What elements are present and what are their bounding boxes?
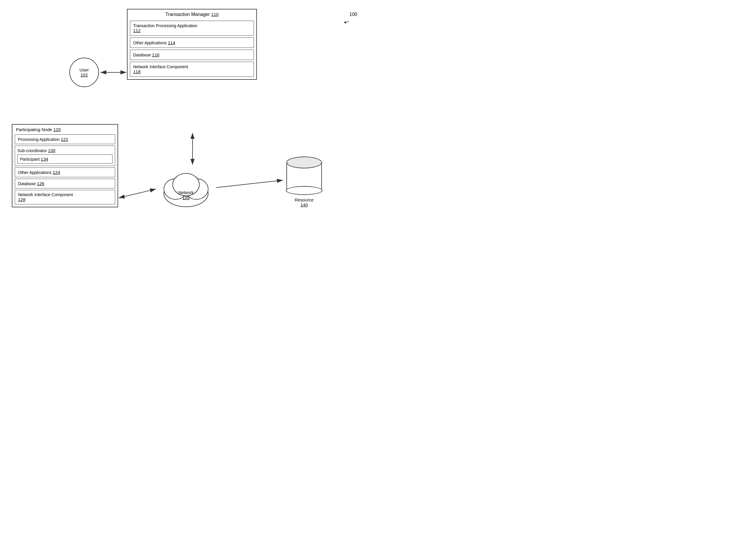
other-apps-124-box: Other Applications 124 [15, 167, 115, 177]
cylinder-icon [286, 157, 322, 195]
pn-network-arrow [119, 189, 156, 198]
processing-app-122-box: Processing Application 122 [15, 134, 115, 144]
pn-title: Participating Node 120 [15, 127, 115, 132]
resource-node: Resource 140 [283, 157, 325, 207]
network-cloud: Network 150 [157, 165, 216, 213]
network-resource-arrow [216, 180, 283, 187]
database-126-box: Database 126 [15, 179, 115, 188]
ref-100-text: 100 [349, 12, 357, 17]
database-116-box: Database 116 [130, 49, 254, 60]
diagram-container: 100 ↙ Transaction Manager 110 Transactio… [0, 0, 375, 280]
subcoordinator-box: Sub-coordinator 130 Participant 134 [15, 146, 115, 166]
nic-118-box: Network Interface Component 118 [130, 62, 254, 77]
network-label: Network [178, 190, 194, 195]
user-node: User 102 [69, 58, 99, 87]
transaction-manager-box: Transaction Manager 110 Transaction Proc… [127, 9, 257, 80]
nic-128-box: Network Interface Component 128 [15, 190, 115, 204]
other-apps-114-box: Other Applications 114 [130, 38, 254, 48]
corner-arrow-icon: ↙ [343, 17, 350, 26]
ref-100-label: 100 [349, 12, 357, 17]
tm-title: Transaction Manager 110 [130, 12, 254, 18]
participant-box: Participant 134 [17, 155, 113, 164]
participating-node-box: Participating Node 120 Processing Applic… [12, 124, 118, 207]
resource-label: Resource 140 [283, 197, 325, 207]
tpa-box: Transaction Processing Application 112 [130, 21, 254, 36]
network-ref: 150 [182, 195, 189, 200]
